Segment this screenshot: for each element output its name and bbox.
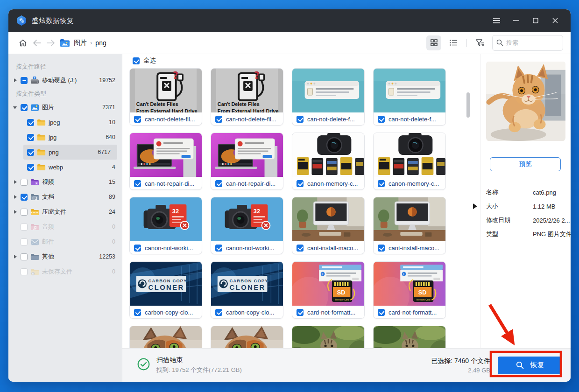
file-checkbox[interactable] [378,116,385,123]
back-arrow-icon[interactable] [30,36,44,50]
scan-status-detail: 找到: 19752 个文件(772.21 GB) [156,366,242,374]
file-checkbox[interactable] [134,116,141,123]
file-checkbox[interactable] [297,180,304,187]
checkbox[interactable] [27,134,34,141]
file-card[interactable]: can-not-repair-di... [129,133,202,190]
grid-view-button[interactable] [426,35,441,50]
file-checkbox[interactable] [134,245,141,252]
file-thumbnail [211,133,283,177]
sidebar-item-压缩文件[interactable]: 压缩文件24 [8,204,122,219]
file-card[interactable] [292,326,365,348]
file-checkbox[interactable] [378,180,385,187]
file-checkbox[interactable] [297,116,304,123]
sidebar-item-移动硬盘 (J:)[interactable]: 移动硬盘 (J:)19752 [8,73,122,88]
expander-down-icon[interactable] [13,105,18,110]
checkbox[interactable] [21,194,28,201]
checkbox[interactable] [27,164,34,171]
search-input[interactable] [506,39,553,46]
file-card[interactable]: cant-install-maco... [373,197,446,254]
file-card[interactable]: canon-memory-c... [373,133,446,190]
sidebar-item-jpg[interactable]: jpg640 [23,130,122,145]
checkbox[interactable] [21,77,28,84]
expander-right-icon[interactable] [13,78,18,83]
select-all-checkbox[interactable] [133,57,140,64]
forward-arrow-icon[interactable] [44,36,58,50]
checkbox[interactable] [21,104,28,111]
expander-right-icon[interactable] [13,254,18,259]
checkbox[interactable] [21,253,28,260]
checkbox[interactable] [27,119,34,126]
file-checkbox[interactable] [134,309,141,316]
detail-row: 修改日期2025/2/26 2... [486,213,566,227]
sidebar-item-视频[interactable]: 视频15 [8,175,122,189]
file-card[interactable]: CARBON COPY CLONERcarbon-copy-clo... [211,261,283,319]
sidebar-item-未保存文件[interactable]: 未保存文件0 [8,264,122,279]
preview-button[interactable]: 预览 [490,157,561,171]
sidebar-item-label: jpeg [49,119,106,126]
sidebar-item-邮件[interactable]: 邮件0 [8,234,122,249]
file-card[interactable]: ? Can't Delete Files From External Hard … [129,68,202,126]
file-card[interactable]: CARBON COPY CLONERcarbon-copy-clo... [129,261,202,319]
checkbox[interactable] [21,268,28,275]
file-card[interactable]: can-not-delete-f... [373,68,446,126]
file-name: cant-install-maco... [388,245,439,252]
sidebar-item-图片[interactable]: 图片7371 [8,100,122,115]
panel-collapse-arrow[interactable] [473,203,477,209]
file-checkbox[interactable] [378,309,385,316]
sidebar-item-label: 移动硬盘 (J:) [42,76,96,84]
file-checkbox[interactable] [378,245,385,252]
menu-hamburger-icon[interactable] [488,14,504,28]
file-checkbox[interactable] [215,180,222,187]
file-card[interactable] [129,326,202,348]
preview-image [486,61,565,141]
sidebar-item-文档[interactable]: 文档89 [8,189,122,204]
file-checkbox[interactable] [215,245,222,252]
file-checkbox[interactable] [215,116,222,123]
file-card[interactable]: ? Can't Delete Files From External Hard … [211,68,283,126]
breadcrumb-current[interactable]: png [95,39,106,47]
checkbox[interactable] [21,209,28,216]
expander-right-icon[interactable] [13,195,18,199]
maximize-button[interactable] [528,14,544,28]
checkbox[interactable] [21,224,28,231]
file-card[interactable]: 32 canon-not-worki... [129,197,202,254]
sidebar-item-png[interactable]: png6717 [23,145,117,160]
svg-text:Can't Delete Files: Can't Delete Files [136,101,178,107]
folder-icon [37,148,46,157]
expander-right-icon[interactable] [13,180,18,184]
file-card[interactable] [211,326,283,348]
minimize-button[interactable] [508,14,524,28]
sidebar-item-jpeg[interactable]: jpeg10 [23,115,122,130]
file-card[interactable]: i SD Memory Card card-not-formatt... [292,261,365,319]
file-checkbox[interactable] [297,309,304,316]
preview-panel: 预览 名称cat6.png大小1.12 MB修改日期2025/2/26 2...… [480,54,571,348]
file-card[interactable]: canon-memory-c... [292,133,365,190]
recover-button[interactable]: 恢复 [498,357,562,374]
close-button[interactable] [547,14,563,28]
svg-text:32: 32 [172,208,179,215]
file-card[interactable]: 32 canon-not-worki... [211,197,283,254]
home-icon[interactable] [16,36,30,50]
checkbox[interactable] [21,179,28,186]
file-name: card-not-formatt... [388,309,437,316]
checkbox[interactable] [21,238,28,245]
file-card[interactable] [373,326,446,348]
file-checkbox[interactable] [215,309,222,316]
sidebar-item-其他[interactable]: 其他12253 [8,249,122,264]
file-card[interactable]: cant-install-maco... [292,197,365,254]
file-checkbox[interactable] [134,180,141,187]
filter-funnel-icon[interactable] [473,35,487,50]
file-checkbox[interactable] [297,245,304,252]
sidebar-item-webp[interactable]: webp4 [23,160,122,175]
expander-right-icon[interactable] [13,210,18,214]
checkbox[interactable] [27,149,34,156]
search-box[interactable] [492,35,563,51]
breadcrumb-folder[interactable]: 图片 [74,39,87,47]
list-view-button[interactable] [446,35,461,50]
scrollbar-thumb[interactable] [466,92,470,118]
file-card[interactable]: i SD Memory Card card-not-formatt... [373,261,446,319]
file-card[interactable]: can-not-repair-di... [211,133,283,190]
sidebar-item-音频[interactable]: 音频0 [8,219,122,234]
file-card[interactable]: can-not-delete-f... [292,68,365,126]
detail-label: 名称 [486,188,533,196]
